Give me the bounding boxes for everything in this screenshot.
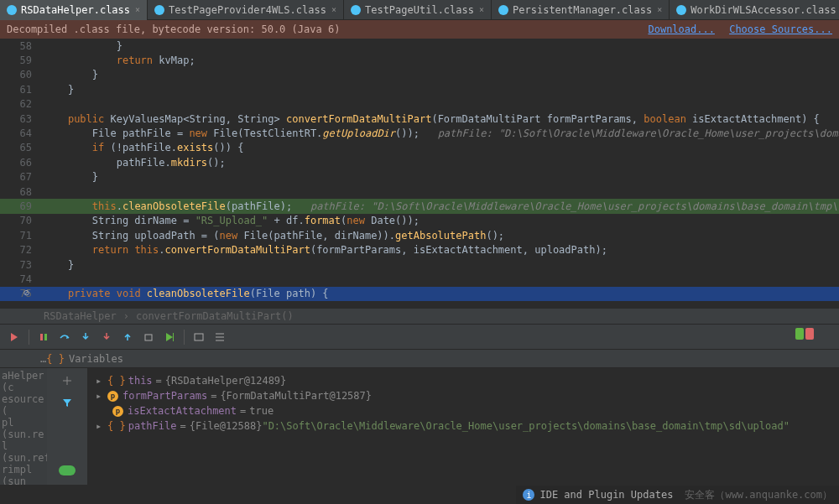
trace-button[interactable] [211, 328, 229, 346]
tab-label: WorkDirWLSAccessor.class [690, 4, 836, 16]
tab-workdirwls[interactable]: WorkDirWLSAccessor.class× [670, 0, 839, 20]
drop-frame-button[interactable] [139, 328, 158, 346]
variables-title: Variables [69, 353, 123, 365]
line-number: 69 [0, 200, 40, 212]
line-number: 72 [0, 244, 40, 256]
variable-row[interactable]: pisExtactAttachment=true [91, 403, 836, 418]
param-icon: p [112, 406, 123, 417]
class-icon [351, 5, 361, 15]
decompiled-banner: Decompiled .class file, bytecode version… [0, 20, 839, 39]
svg-rect-4 [195, 334, 203, 340]
tab-persistentmanager[interactable]: PersistentManager.class× [492, 0, 670, 20]
line-number: 58 [0, 40, 40, 52]
tab-testpageutil[interactable]: TestPageUtil.class× [344, 0, 492, 20]
close-icon[interactable]: × [657, 5, 662, 14]
rerun-button[interactable] [5, 328, 23, 346]
class-icon [154, 5, 164, 15]
status-text[interactable]: IDE and Plugin Updates [539, 489, 673, 501]
variable-row[interactable]: ▸{ }this={RSDataHelper@12489} [91, 373, 836, 388]
crumb-class: RSDataHelper [44, 310, 117, 322]
svg-rect-0 [40, 334, 43, 340]
line-number: 62 [0, 98, 40, 110]
tab-testpageprovider[interactable]: TestPageProvider4WLS.class× [148, 0, 344, 20]
line-number: 74 [0, 273, 40, 285]
breadcrumb[interactable]: RSDataHelper›convertFormDataMultiPart() [0, 309, 839, 324]
class-icon [7, 5, 17, 15]
line-number: 66 [0, 157, 40, 169]
svg-rect-2 [145, 335, 152, 340]
variable-row[interactable]: ▸{ }pathFile={File@12588} "D:\Soft\Oracl… [91, 418, 836, 434]
line-number: 61 [0, 84, 40, 96]
variables-tree[interactable]: ▸{ }this={RSDataHelper@12489} ▸pformPart… [87, 368, 839, 485]
line-number: 59 [0, 55, 40, 66]
variable-row[interactable]: ▸pformPartParams={FormDataMultiPart@1258… [91, 388, 836, 403]
restore-layout-icon[interactable] [58, 372, 76, 390]
expand-icon[interactable]: ▸ [96, 420, 104, 432]
line-number: 60 [0, 69, 40, 81]
frames-panel[interactable]: aHelper (cesource (pl (sun.rel (sun.refr… [0, 368, 47, 485]
tab-label: RSDataHelper.class [21, 4, 130, 16]
svg-rect-1 [44, 334, 47, 340]
step-into-button[interactable] [76, 328, 95, 346]
close-icon[interactable]: × [135, 5, 140, 14]
step-over-button[interactable] [55, 328, 74, 346]
status-bar: i IDE and Plugin Updates 安全客（www.anquank… [516, 486, 839, 504]
line-number: 73 [0, 259, 40, 271]
variables-header[interactable]: …{ }Variables [0, 349, 839, 367]
watermark: 安全客（www.anquanke.com） [685, 488, 832, 502]
force-step-into-button[interactable] [97, 328, 116, 346]
debug-toolbar [0, 324, 839, 349]
variables-panel: aHelper (cesource (pl (sun.rel (sun.refr… [0, 367, 839, 485]
line-number: 63 [0, 113, 40, 125]
expand-icon[interactable]: ▸ [96, 390, 104, 402]
line-number: 64 [0, 127, 40, 139]
choose-sources-link[interactable]: Choose Sources... [729, 23, 832, 35]
line-number: 70 [0, 215, 40, 226]
line-number: 75 [0, 288, 40, 299]
line-number: 68 [0, 186, 40, 198]
tab-label: TestPageUtil.class [365, 4, 474, 16]
memory-indicator[interactable] [805, 328, 814, 340]
settings-icon[interactable] [816, 328, 834, 346]
crumb-method: convertFormDataMultiPart() [136, 310, 294, 322]
tab-label: PersistentManager.class [513, 4, 652, 16]
override-icon[interactable]: ⊘ [23, 287, 29, 299]
line-number: 65 [0, 142, 40, 153]
param-icon: p [107, 391, 118, 402]
filter-icon[interactable] [58, 393, 76, 412]
line-number: 67 [0, 171, 40, 183]
tab-label: TestPageProvider4WLS.class [169, 4, 326, 16]
evaluate-button[interactable] [190, 328, 208, 346]
download-link[interactable]: Download... [648, 23, 714, 35]
banner-text: Decompiled .class file, bytecode version… [7, 23, 340, 35]
variables-toolbar [47, 368, 87, 485]
step-out-button[interactable] [118, 328, 137, 346]
info-icon[interactable]: i [523, 489, 534, 501]
watches-icon[interactable] [59, 465, 76, 475]
resume-button[interactable] [34, 328, 53, 346]
line-number: 71 [0, 230, 40, 242]
svg-rect-3 [173, 333, 174, 341]
code-editor[interactable]: 58 } 59 return kvMap; 60 } 61 } 62 63 pu… [0, 39, 839, 309]
run-to-cursor-button[interactable] [160, 328, 179, 346]
memory-indicator[interactable] [795, 328, 804, 340]
expand-icon[interactable]: ▸ [96, 375, 104, 387]
close-icon[interactable]: × [331, 5, 336, 14]
tab-rsdatahelper[interactable]: RSDataHelper.class× [0, 0, 148, 20]
editor-tabs: RSDataHelper.class× TestPageProvider4WLS… [0, 0, 839, 20]
close-icon[interactable]: × [479, 5, 484, 14]
class-icon [676, 5, 686, 15]
class-icon [498, 5, 508, 15]
